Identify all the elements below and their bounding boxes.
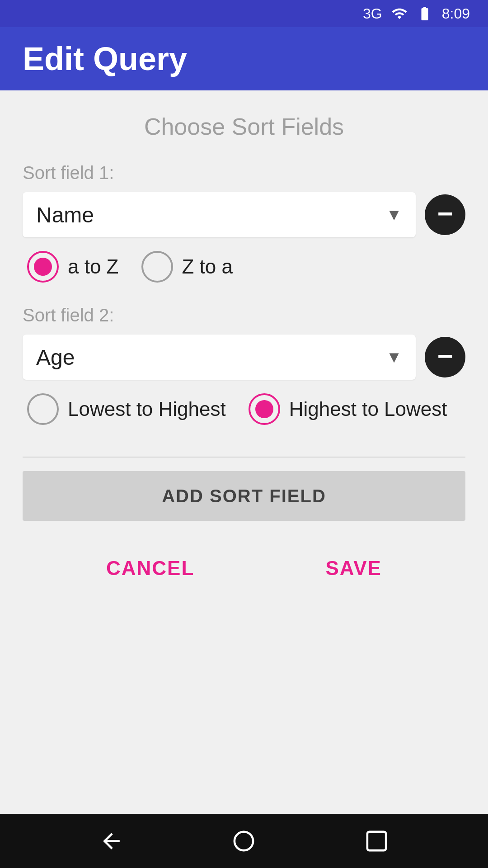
sort-field-2-lowest-highest-label: Lowest to Highest [68, 398, 226, 420]
sort-field-1-row: Name ▼ − [23, 192, 465, 237]
home-icon [231, 829, 256, 854]
recents-icon [364, 829, 389, 854]
back-icon [99, 829, 124, 854]
sort-field-1-a-to-z-label: a to Z [68, 255, 119, 278]
battery-icon [417, 5, 433, 22]
sort-field-1-label: Sort field 1: [23, 163, 465, 183]
remove-sort-field-1-button[interactable]: − [425, 194, 465, 235]
save-button[interactable]: SAVE [307, 548, 400, 589]
sort-field-1-value: Name [36, 203, 94, 227]
sort-field-2-lowest-highest-radio[interactable] [27, 393, 59, 425]
sort-field-2-highest-lowest-option[interactable]: Highest to Lowest [249, 393, 447, 425]
divider [23, 457, 465, 458]
sort-field-2-highest-lowest-radio[interactable] [249, 393, 280, 425]
chevron-down-icon-2: ▼ [386, 348, 402, 367]
minus-icon-2: − [437, 343, 453, 370]
save-label: SAVE [325, 557, 382, 579]
cancel-label: CANCEL [106, 557, 194, 579]
home-button[interactable] [226, 823, 262, 859]
add-sort-field-label: ADD SORT FIELD [162, 486, 326, 506]
sort-field-1-dropdown[interactable]: Name ▼ [23, 192, 416, 237]
remove-sort-field-2-button[interactable]: − [425, 337, 465, 377]
sort-field-2-radio-group: Lowest to Highest Highest to Lowest [23, 393, 465, 425]
svg-rect-1 [367, 831, 386, 850]
sort-field-1-radio-group: a to Z Z to a [23, 251, 465, 283]
sort-field-1-z-to-a-radio[interactable] [141, 251, 173, 283]
sort-field-1-a-to-z-option[interactable]: a to Z [27, 251, 119, 283]
main-content: Choose Sort Fields Sort field 1: Name ▼ … [0, 90, 488, 814]
sort-field-2-value: Age [36, 345, 75, 370]
add-sort-field-button[interactable]: ADD SORT FIELD [23, 471, 465, 521]
sort-field-2-row: Age ▼ − [23, 335, 465, 380]
chevron-down-icon: ▼ [386, 205, 402, 224]
sort-field-2-lowest-highest-option[interactable]: Lowest to Highest [27, 393, 226, 425]
sort-field-1-z-to-a-option[interactable]: Z to a [141, 251, 233, 283]
sort-field-2-highest-lowest-label: Highest to Lowest [289, 398, 447, 420]
status-bar: 3G 8:09 [0, 0, 488, 27]
minus-icon: − [437, 200, 453, 227]
svg-point-0 [235, 831, 253, 850]
time-display: 8:09 [442, 5, 470, 22]
app-bar: Edit Query [0, 27, 488, 90]
back-button[interactable] [94, 823, 130, 859]
network-indicator: 3G [363, 5, 382, 22]
sort-field-2-dropdown[interactable]: Age ▼ [23, 335, 416, 380]
action-buttons: CANCEL SAVE [23, 548, 465, 589]
sort-field-1-a-to-z-radio[interactable] [27, 251, 59, 283]
cancel-button[interactable]: CANCEL [88, 548, 212, 589]
sort-field-1-z-to-a-label: Z to a [182, 255, 233, 278]
signal-icon [391, 5, 408, 22]
recents-button[interactable] [358, 823, 394, 859]
app-bar-title: Edit Query [23, 40, 187, 77]
nav-bar [0, 814, 488, 868]
sort-field-2-label: Sort field 2: [23, 305, 465, 326]
section-title: Choose Sort Fields [23, 113, 465, 140]
